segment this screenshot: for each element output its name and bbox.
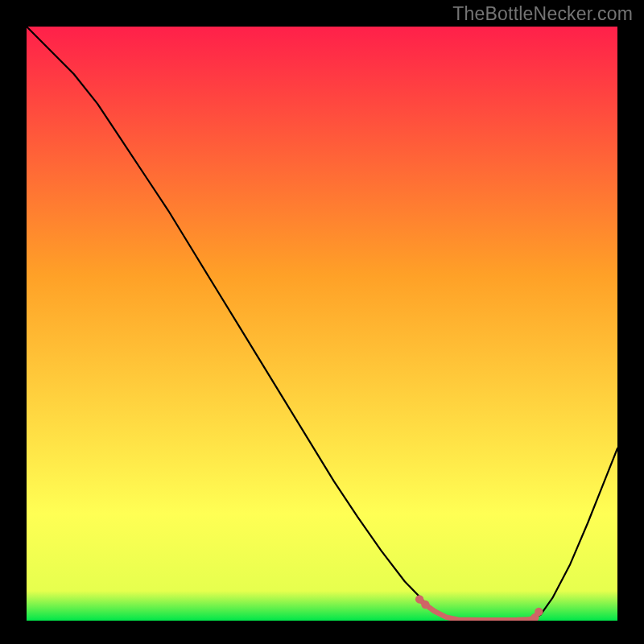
plot-area <box>27 27 617 621</box>
chart-container: TheBottleNecker.com <box>0 0 644 644</box>
watermark-label: TheBottleNecker.com <box>452 3 633 25</box>
optimal-marker-dot <box>421 601 429 609</box>
gradient-background <box>27 27 617 621</box>
optimal-marker-dot <box>535 608 543 616</box>
chart-svg <box>27 27 617 621</box>
